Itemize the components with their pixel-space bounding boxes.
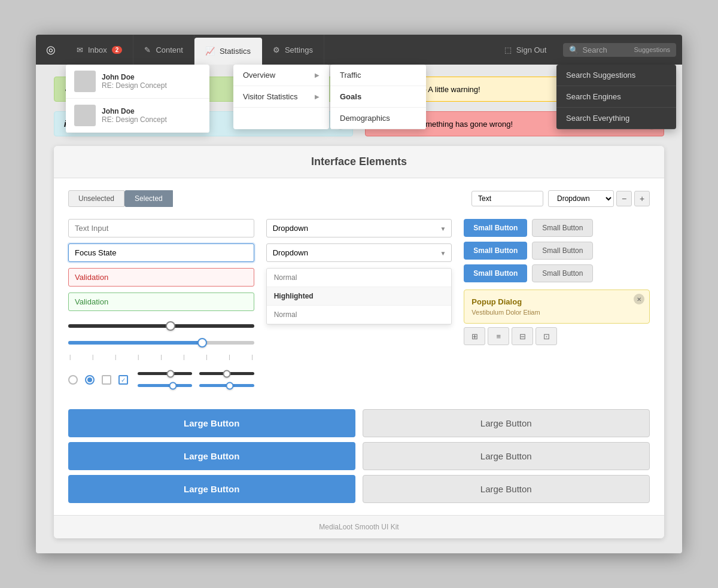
validation-error-input[interactable] — [68, 268, 254, 287]
large-buttons-row-3: Large Button Large Button — [68, 475, 650, 503]
checkbox-checked[interactable]: ✓ — [118, 375, 128, 385]
view-icons-row: ⊞ ≡ ⊟ ⊡ — [464, 327, 650, 345]
view-tiles-icon[interactable]: ⊡ — [536, 327, 557, 345]
small-button-blue-3[interactable]: Small Button — [464, 264, 527, 282]
mini-slider-dark-2[interactable] — [199, 370, 254, 378]
view-list-icon[interactable]: ≡ — [488, 327, 509, 345]
search-input[interactable] — [582, 45, 630, 54]
inbox-label: Inbox — [88, 45, 107, 54]
nav-tab-inbox[interactable]: ✉ Inbox 2 — [66, 35, 133, 65]
small-button-gray-2[interactable]: Small Button — [532, 242, 593, 260]
large-button-blue-3[interactable]: Large Button — [68, 475, 355, 503]
small-button-blue-1[interactable]: Small Button — [464, 219, 527, 237]
avatar — [74, 71, 96, 92]
large-button-blue-1[interactable]: Large Button — [68, 409, 355, 437]
arrow-icon: ▶ — [315, 93, 320, 100]
blue-slider[interactable] — [68, 336, 254, 348]
sign-out-button[interactable]: ⬚ Sign Out — [494, 45, 558, 54]
search-suggestion-1[interactable]: Search Suggestions — [556, 65, 676, 86]
panel-title: Interface Elements — [54, 146, 664, 178]
inbox-item[interactable]: John Doe RE: Design Concept — [66, 99, 209, 133]
inbox-item[interactable]: John Doe RE: Design Concept — [66, 65, 209, 99]
inbox-subject: RE: Design Concept — [102, 115, 167, 124]
nav-logo: ◎ — [36, 35, 66, 65]
arrow-icon: ▶ — [315, 72, 320, 78]
sliders-group: | | | | | | | | | — [68, 319, 254, 390]
tabs-text-input[interactable] — [471, 191, 543, 206]
panel-footer: MediaLoot Smooth UI Kit — [54, 515, 664, 538]
inbox-subject: RE: Design Concept — [102, 81, 167, 90]
nav-bar: ◎ ✉ Inbox 2 ✎ Content 📈 Statistics ⚙ Set… — [36, 35, 682, 65]
content-label: Content — [156, 45, 183, 54]
stats-traffic[interactable]: Traffic — [330, 65, 426, 86]
stats-visitor[interactable]: Visitor Statistics ▶ — [233, 86, 329, 108]
settings-icon: ⚙ — [273, 45, 280, 54]
stats-col1: Overview ▶ Visitor Statistics ▶ — [233, 65, 329, 129]
search-icon: 🔍 — [569, 45, 579, 54]
inbox-icon: ✉ — [77, 45, 83, 54]
stats-overview[interactable]: Overview ▶ — [233, 65, 329, 86]
search-suggestion-2[interactable]: Search Engines — [556, 86, 676, 108]
search-suggestions-label: Suggestions — [634, 46, 670, 53]
search-box[interactable]: 🔍 Suggestions — [563, 43, 676, 57]
dropdown-option-highlighted[interactable]: Highlighted — [267, 287, 452, 306]
large-button-gray-3[interactable]: Large Button — [363, 475, 650, 503]
signout-label: Sign Out — [516, 45, 547, 54]
stats-demographics[interactable]: Demographics — [330, 108, 426, 129]
view-grid-icon[interactable]: ⊞ — [464, 327, 485, 345]
plus-button[interactable]: + — [634, 191, 650, 206]
mini-slider-dark-1[interactable] — [138, 370, 192, 378]
dropdown-1-wrapper: Dropdown — [266, 219, 452, 237]
text-input-field[interactable] — [68, 219, 254, 237]
nav-tab-statistics[interactable]: 📈 Statistics — [194, 38, 262, 65]
form-column: | | | | | | | | | — [68, 219, 254, 390]
nav-tab-settings[interactable]: ⚙ Settings — [262, 35, 324, 65]
large-button-gray-1[interactable]: Large Button — [363, 409, 650, 437]
popup-close-button[interactable]: ✕ — [634, 294, 644, 304]
dropdown-2-wrapper: Dropdown — [266, 243, 452, 262]
tab-selected[interactable]: Selected — [124, 190, 173, 207]
dark-slider[interactable] — [68, 319, 254, 331]
statistics-icon: 📈 — [205, 47, 215, 56]
search-dropdown[interactable]: Search Suggestions Search Engines Search… — [556, 65, 676, 129]
large-button-blue-2[interactable]: Large Button — [68, 442, 355, 470]
tabs-row: Unselected Selected Dropdown − + — [68, 190, 650, 207]
popup-body: Vestibulum Dolor Etiam — [471, 309, 631, 316]
mini-slider-blue-2[interactable] — [199, 382, 254, 390]
minus-button[interactable]: − — [616, 191, 632, 206]
dropdown-open-menu[interactable]: Normal Highlighted Normal — [266, 268, 452, 325]
panel-body: Unselected Selected Dropdown − + — [54, 178, 664, 515]
search-suggestion-3[interactable]: Search Everything — [556, 108, 676, 129]
checkbox-unchecked[interactable] — [102, 375, 111, 385]
small-button-gray-3[interactable]: Small Button — [532, 264, 593, 282]
large-buttons-row-2: Large Button Large Button — [68, 442, 650, 470]
nav-tab-content[interactable]: ✎ Content — [133, 35, 194, 65]
radio-unchecked[interactable] — [68, 375, 78, 385]
radio-checked[interactable] — [85, 375, 95, 385]
stats-goals[interactable]: Goals — [330, 86, 426, 108]
inbox-dropdown[interactable]: John Doe RE: Design Concept John Doe RE:… — [66, 65, 209, 133]
popup-dialog: ✕ Popup Dialog Vestibulum Dolor Etiam — [464, 290, 650, 324]
small-button-gray-1[interactable]: Small Button — [532, 219, 593, 237]
dropdown-option-normal-1[interactable]: Normal — [267, 269, 452, 287]
buttons-column: Small Button Small Button Small Button S… — [464, 219, 650, 390]
stats-col2: Traffic Goals Demographics — [330, 65, 426, 129]
signout-icon: ⬚ — [504, 45, 512, 54]
inbox-sender-name: John Doe — [102, 107, 167, 115]
mini-slider-blue-1[interactable] — [138, 382, 192, 390]
statistics-dropdown[interactable]: Overview ▶ Visitor Statistics ▶ Traffic … — [233, 65, 427, 129]
inbox-badge: 2 — [112, 46, 123, 54]
tabs-dropdown[interactable]: Dropdown — [548, 190, 614, 207]
large-button-gray-2[interactable]: Large Button — [363, 442, 650, 470]
small-button-blue-2[interactable]: Small Button — [464, 242, 527, 260]
focus-state-input[interactable] — [68, 243, 254, 262]
large-buttons-row-1: Large Button Large Button — [68, 409, 650, 437]
controls-row: ✓ — [68, 370, 254, 390]
avatar — [74, 105, 96, 126]
validation-success-input[interactable] — [68, 293, 254, 311]
dropdown-option-normal-2[interactable]: Normal — [267, 306, 452, 324]
view-columns-icon[interactable]: ⊟ — [512, 327, 533, 345]
tab-unselected[interactable]: Unselected — [68, 190, 124, 207]
dropdown-2[interactable]: Dropdown — [266, 243, 452, 262]
dropdown-1[interactable]: Dropdown — [266, 219, 452, 237]
